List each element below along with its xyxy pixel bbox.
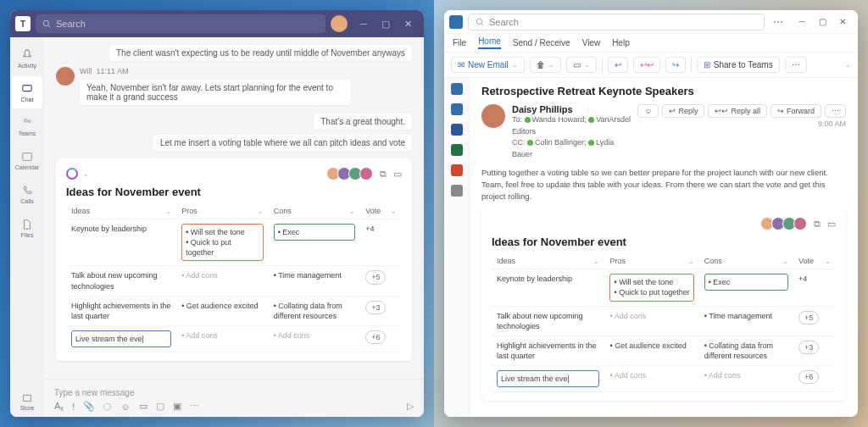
minimize-button[interactable]: ─ <box>792 13 812 31</box>
col-vote[interactable]: Vote⌄ <box>793 253 836 269</box>
col-ideas[interactable]: Ideas⌄ <box>66 203 176 219</box>
more-icon[interactable]: ⋯ <box>770 16 787 28</box>
delete-button[interactable]: 🗑⌄ <box>530 57 561 73</box>
popout-icon[interactable]: ▭ <box>827 219 836 230</box>
rail-excel-icon[interactable] <box>451 144 463 156</box>
pros-cell[interactable]: • Add cons <box>176 326 268 352</box>
cons-cell[interactable]: • Time management <box>269 266 361 296</box>
col-ideas[interactable]: Ideas⌄ <box>492 253 604 269</box>
rail-chat[interactable]: Chat <box>12 76 42 108</box>
rail-calls[interactable]: Calls <box>12 178 42 210</box>
cons-cell[interactable]: • Add cons <box>269 326 361 352</box>
sender-avatar[interactable] <box>481 104 505 128</box>
rail-mail-icon[interactable] <box>451 83 463 95</box>
reply-button[interactable]: ↩ <box>608 57 628 73</box>
attach-icon[interactable]: 📎 <box>83 401 95 412</box>
idea-cell[interactable]: Keynote by leadership <box>492 269 604 306</box>
ribbon-more[interactable]: ⋯ <box>785 57 807 73</box>
idea-cell[interactable]: Highlight achievements in the last quart… <box>66 297 176 326</box>
pros-cell[interactable]: • Get audience excited <box>604 336 698 366</box>
cons-cell[interactable]: • Exec <box>699 269 793 306</box>
compose-input[interactable]: Type a new message <box>54 385 414 401</box>
vote-cell[interactable]: +4 <box>360 219 402 266</box>
vote-cell[interactable]: +5 <box>793 307 836 336</box>
rail-word-icon[interactable] <box>451 124 463 136</box>
reply-button[interactable]: ↩ Reply <box>662 104 704 118</box>
outlook-search-input[interactable]: Search <box>468 14 765 30</box>
gif-icon[interactable]: ▭ <box>139 401 147 412</box>
react-button[interactable]: ☺ <box>637 104 659 118</box>
user-avatar[interactable] <box>331 15 348 32</box>
loop-title[interactable]: Ideas for November event <box>492 236 836 248</box>
emoji-icon[interactable]: ☺ <box>120 402 130 412</box>
vote-cell[interactable]: +6 <box>793 366 836 392</box>
share-icon[interactable]: ⧉ <box>380 169 387 180</box>
vote-cell[interactable]: +4 <box>793 269 836 306</box>
rail-calendar-icon[interactable] <box>451 103 463 115</box>
loop-insert-icon[interactable]: ◌ <box>103 401 112 412</box>
teams-search-input[interactable]: Search <box>36 14 326 33</box>
collapse-ribbon-icon[interactable]: ⌄ <box>845 61 851 69</box>
maximize-button[interactable]: ▢ <box>375 14 397 34</box>
cons-cell[interactable]: • Collating data from different resource… <box>269 297 361 326</box>
rail-calendar[interactable]: Calendar <box>12 144 42 176</box>
idea-cell-editing[interactable]: Live stream the eve| <box>492 366 604 392</box>
loop-component[interactable]: ⧉ ▭ Ideas for November event Ideas⌄ Pros… <box>481 208 846 401</box>
rail-teams[interactable]: Teams <box>12 110 42 142</box>
popout-icon[interactable]: ▭ <box>393 169 402 180</box>
share-to-teams-button[interactable]: ⊞Share to Teams <box>697 57 780 73</box>
pros-cell[interactable]: • Add cons <box>604 366 698 392</box>
new-email-button[interactable]: ✉New Email⌄ <box>451 57 525 73</box>
col-vote[interactable]: Vote⌄ <box>360 203 402 219</box>
menu-file[interactable]: File <box>453 38 466 47</box>
vote-cell[interactable]: +3 <box>360 297 402 326</box>
maximize-button[interactable]: ▢ <box>812 13 832 31</box>
cons-cell[interactable]: • Exec <box>269 219 361 266</box>
vote-cell[interactable]: +6 <box>360 326 402 352</box>
loop-title[interactable]: Ideas for November event <box>66 186 402 198</box>
meeting-icon[interactable]: ▣ <box>173 401 181 412</box>
pros-cell[interactable]: • Add cons <box>176 266 268 296</box>
menu-view[interactable]: View <box>582 38 601 47</box>
presence-avatars[interactable] <box>765 217 807 230</box>
idea-cell[interactable]: Talk about new upcoming technologies <box>492 307 604 336</box>
replyall-button[interactable]: ↩↩ <box>633 57 660 73</box>
format-icon[interactable]: Aᵪ <box>54 401 64 412</box>
menu-help[interactable]: Help <box>612 38 630 47</box>
cons-cell[interactable]: • Add cons <box>699 366 793 392</box>
priority-icon[interactable]: ! <box>72 402 75 412</box>
cons-cell[interactable]: • Time management <box>699 307 793 336</box>
close-button[interactable]: ✕ <box>832 13 853 31</box>
idea-cell[interactable]: Highlight achievements in the last quart… <box>492 336 604 366</box>
archive-button[interactable]: ▭⌄ <box>566 57 597 73</box>
close-button[interactable]: ✕ <box>397 14 419 34</box>
vote-cell[interactable]: +5 <box>360 266 402 296</box>
rail-activity[interactable]: Activity <box>12 42 42 75</box>
menu-home[interactable]: Home <box>478 36 501 49</box>
loop-component[interactable]: ⌄ ⧉ ▭ Ideas for November event Ideas⌄ Pr… <box>56 158 412 361</box>
replyall-button[interactable]: ↩↩ Reply all <box>708 104 767 118</box>
voting-table[interactable]: Ideas⌄ Pros⌄ Cons⌄ Vote⌄ Keynote by lead… <box>492 253 836 392</box>
pros-cell[interactable]: • Add cons <box>604 307 698 336</box>
share-icon[interactable]: ⧉ <box>814 219 821 230</box>
menu-sendreceive[interactable]: Send / Receive <box>513 38 570 47</box>
minimize-button[interactable]: ─ <box>353 14 375 34</box>
pros-cell[interactable]: • Will set the tone• Quick to put togeth… <box>604 269 698 306</box>
vote-cell[interactable]: +3 <box>793 336 836 366</box>
presence-avatars[interactable] <box>331 167 373 180</box>
rail-more-icon[interactable] <box>451 185 463 197</box>
pros-cell[interactable]: • Get audience excited <box>176 297 268 326</box>
cons-cell[interactable]: • Collating data from different resource… <box>699 336 793 366</box>
send-button[interactable]: ▷ <box>407 401 414 412</box>
forward-button[interactable]: ↪ <box>665 57 686 73</box>
idea-cell-editing[interactable]: Live stream the eve| <box>66 326 176 352</box>
sticker-icon[interactable]: ▢ <box>156 401 164 412</box>
col-pros[interactable]: Pros⌄ <box>604 253 698 269</box>
idea-cell[interactable]: Talk about new upcoming technologies <box>66 266 176 296</box>
voting-table[interactable]: Ideas⌄ Pros⌄ Cons⌄ Vote⌄ Keynote by lead… <box>66 203 402 352</box>
idea-cell[interactable]: Keynote by leadership <box>66 219 176 266</box>
sender-avatar[interactable] <box>56 67 75 86</box>
rail-files[interactable]: Files <box>12 212 42 244</box>
more-button[interactable]: ⋯ <box>825 104 846 118</box>
rail-store[interactable]: Store <box>12 385 42 417</box>
